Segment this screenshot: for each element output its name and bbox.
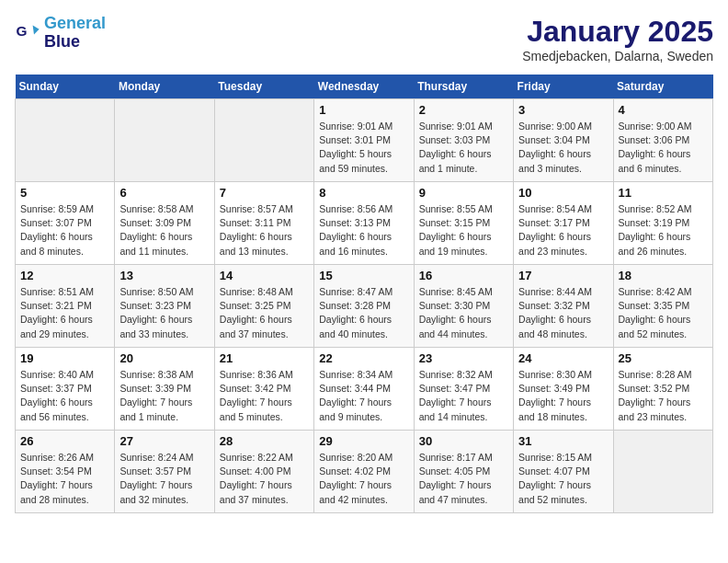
day-info: Sunrise: 9:00 AM Sunset: 3:04 PM Dayligh…	[518, 120, 608, 176]
calendar-cell: 29Sunrise: 8:20 AM Sunset: 4:02 PM Dayli…	[314, 431, 414, 513]
day-info: Sunrise: 8:56 AM Sunset: 3:13 PM Dayligh…	[319, 202, 408, 259]
day-info: Sunrise: 8:57 AM Sunset: 3:11 PM Dayligh…	[220, 202, 309, 259]
day-number: 31	[518, 434, 608, 448]
calendar-week-row: 12Sunrise: 8:51 AM Sunset: 3:21 PM Dayli…	[16, 265, 713, 348]
calendar-cell: 18Sunrise: 8:42 AM Sunset: 3:35 PM Dayli…	[613, 265, 712, 348]
calendar-cell: 15Sunrise: 8:47 AM Sunset: 3:28 PM Dayli…	[314, 265, 414, 348]
calendar-cell: 24Sunrise: 8:30 AM Sunset: 3:49 PM Dayli…	[514, 348, 613, 431]
day-info: Sunrise: 8:17 AM Sunset: 4:05 PM Dayligh…	[419, 451, 508, 507]
calendar-cell: 17Sunrise: 8:44 AM Sunset: 3:32 PM Dayli…	[514, 265, 613, 348]
logo: G General Blue	[15, 15, 106, 52]
calendar-cell: 14Sunrise: 8:48 AM Sunset: 3:25 PM Dayli…	[214, 265, 313, 348]
day-number: 1	[319, 103, 408, 117]
calendar-cell: 10Sunrise: 8:54 AM Sunset: 3:17 PM Dayli…	[514, 182, 613, 265]
weekday-header-friday: Friday	[514, 75, 613, 99]
calendar-cell: 2Sunrise: 9:01 AM Sunset: 3:03 PM Daylig…	[414, 99, 513, 182]
day-info: Sunrise: 8:51 AM Sunset: 3:21 PM Dayligh…	[20, 285, 109, 341]
calendar-cell: 16Sunrise: 8:45 AM Sunset: 3:30 PM Dayli…	[414, 265, 513, 348]
day-number: 19	[20, 351, 109, 365]
location-subtitle: Smedjebacken, Dalarna, Sweden	[522, 49, 713, 63]
day-number: 6	[119, 186, 209, 200]
calendar-cell: 7Sunrise: 8:57 AM Sunset: 3:11 PM Daylig…	[214, 182, 313, 265]
weekday-header-wednesday: Wednesday	[314, 75, 414, 99]
title-block: January 2025 Smedjebacken, Dalarna, Swed…	[522, 15, 713, 63]
day-info: Sunrise: 9:00 AM Sunset: 3:06 PM Dayligh…	[619, 120, 708, 176]
calendar-cell: 22Sunrise: 8:34 AM Sunset: 3:44 PM Dayli…	[314, 348, 414, 431]
day-number: 4	[619, 103, 708, 117]
day-info: Sunrise: 8:55 AM Sunset: 3:15 PM Dayligh…	[419, 202, 508, 259]
calendar-table: SundayMondayTuesdayWednesdayThursdayFrid…	[15, 75, 713, 513]
logo-text-line2: Blue	[44, 33, 106, 52]
day-info: Sunrise: 8:50 AM Sunset: 3:23 PM Dayligh…	[119, 285, 209, 341]
calendar-cell: 23Sunrise: 8:32 AM Sunset: 3:47 PM Dayli…	[414, 348, 513, 431]
calendar-cell: 8Sunrise: 8:56 AM Sunset: 3:13 PM Daylig…	[314, 182, 414, 265]
day-number: 15	[319, 269, 408, 282]
day-number: 16	[419, 269, 508, 282]
calendar-cell: 3Sunrise: 9:00 AM Sunset: 3:04 PM Daylig…	[514, 99, 613, 182]
day-number: 2	[419, 103, 508, 117]
day-info: Sunrise: 8:26 AM Sunset: 3:54 PM Dayligh…	[20, 451, 109, 507]
page-header: G General Blue January 2025 Smedjebacken…	[15, 15, 713, 63]
day-number: 9	[419, 186, 508, 200]
day-number: 23	[419, 351, 508, 365]
day-info: Sunrise: 8:52 AM Sunset: 3:19 PM Dayligh…	[619, 202, 708, 259]
day-number: 20	[119, 351, 209, 365]
calendar-week-row: 1Sunrise: 9:01 AM Sunset: 3:01 PM Daylig…	[16, 99, 713, 182]
day-number: 28	[220, 434, 309, 448]
calendar-cell: 25Sunrise: 8:28 AM Sunset: 3:52 PM Dayli…	[613, 348, 712, 431]
day-info: Sunrise: 8:44 AM Sunset: 3:32 PM Dayligh…	[518, 285, 608, 341]
day-number: 10	[518, 186, 608, 200]
day-number: 7	[220, 186, 309, 200]
day-info: Sunrise: 8:58 AM Sunset: 3:09 PM Dayligh…	[119, 202, 209, 259]
day-info: Sunrise: 8:40 AM Sunset: 3:37 PM Dayligh…	[20, 368, 109, 424]
day-info: Sunrise: 8:22 AM Sunset: 4:00 PM Dayligh…	[220, 451, 309, 507]
calendar-cell: 21Sunrise: 8:36 AM Sunset: 3:42 PM Dayli…	[214, 348, 313, 431]
day-info: Sunrise: 8:36 AM Sunset: 3:42 PM Dayligh…	[220, 368, 309, 424]
day-number: 3	[518, 103, 608, 117]
weekday-header-sunday: Sunday	[16, 75, 115, 99]
day-info: Sunrise: 8:32 AM Sunset: 3:47 PM Dayligh…	[419, 368, 508, 424]
day-info: Sunrise: 9:01 AM Sunset: 3:03 PM Dayligh…	[419, 120, 508, 176]
weekday-header-tuesday: Tuesday	[214, 75, 313, 99]
day-info: Sunrise: 8:59 AM Sunset: 3:07 PM Dayligh…	[20, 202, 109, 259]
calendar-cell	[115, 99, 214, 182]
calendar-cell	[613, 431, 712, 513]
calendar-cell: 5Sunrise: 8:59 AM Sunset: 3:07 PM Daylig…	[16, 182, 115, 265]
day-info: Sunrise: 8:45 AM Sunset: 3:30 PM Dayligh…	[419, 285, 508, 341]
day-info: Sunrise: 8:48 AM Sunset: 3:25 PM Dayligh…	[220, 285, 309, 341]
calendar-cell: 9Sunrise: 8:55 AM Sunset: 3:15 PM Daylig…	[414, 182, 513, 265]
day-info: Sunrise: 8:30 AM Sunset: 3:49 PM Dayligh…	[518, 368, 608, 424]
day-info: Sunrise: 8:20 AM Sunset: 4:02 PM Dayligh…	[319, 451, 408, 507]
calendar-week-row: 26Sunrise: 8:26 AM Sunset: 3:54 PM Dayli…	[16, 431, 713, 513]
day-number: 26	[20, 434, 109, 448]
calendar-cell: 19Sunrise: 8:40 AM Sunset: 3:37 PM Dayli…	[16, 348, 115, 431]
day-number: 27	[119, 434, 209, 448]
svg-text:G: G	[16, 23, 27, 39]
day-info: Sunrise: 9:01 AM Sunset: 3:01 PM Dayligh…	[319, 120, 408, 176]
weekday-header-monday: Monday	[115, 75, 214, 99]
day-number: 24	[518, 351, 608, 365]
day-info: Sunrise: 8:34 AM Sunset: 3:44 PM Dayligh…	[319, 368, 408, 424]
day-info: Sunrise: 8:47 AM Sunset: 3:28 PM Dayligh…	[319, 285, 408, 341]
day-number: 17	[518, 269, 608, 282]
day-number: 21	[220, 351, 309, 365]
calendar-cell: 1Sunrise: 9:01 AM Sunset: 3:01 PM Daylig…	[314, 99, 414, 182]
logo-icon: G	[15, 20, 40, 46]
weekday-header-saturday: Saturday	[613, 75, 712, 99]
day-number: 13	[119, 269, 209, 282]
calendar-cell	[214, 99, 313, 182]
calendar-cell: 4Sunrise: 9:00 AM Sunset: 3:06 PM Daylig…	[613, 99, 712, 182]
calendar-cell: 6Sunrise: 8:58 AM Sunset: 3:09 PM Daylig…	[115, 182, 214, 265]
month-year-title: January 2025	[522, 15, 713, 49]
day-info: Sunrise: 8:38 AM Sunset: 3:39 PM Dayligh…	[119, 368, 209, 424]
day-number: 29	[319, 434, 408, 448]
day-info: Sunrise: 8:54 AM Sunset: 3:17 PM Dayligh…	[518, 202, 608, 259]
calendar-cell: 12Sunrise: 8:51 AM Sunset: 3:21 PM Dayli…	[16, 265, 115, 348]
calendar-cell: 26Sunrise: 8:26 AM Sunset: 3:54 PM Dayli…	[16, 431, 115, 513]
day-number: 25	[619, 351, 708, 365]
calendar-cell: 30Sunrise: 8:17 AM Sunset: 4:05 PM Dayli…	[414, 431, 513, 513]
day-info: Sunrise: 8:42 AM Sunset: 3:35 PM Dayligh…	[619, 285, 708, 341]
day-info: Sunrise: 8:24 AM Sunset: 3:57 PM Dayligh…	[119, 451, 209, 507]
calendar-cell: 28Sunrise: 8:22 AM Sunset: 4:00 PM Dayli…	[214, 431, 313, 513]
calendar-week-row: 5Sunrise: 8:59 AM Sunset: 3:07 PM Daylig…	[16, 182, 713, 265]
